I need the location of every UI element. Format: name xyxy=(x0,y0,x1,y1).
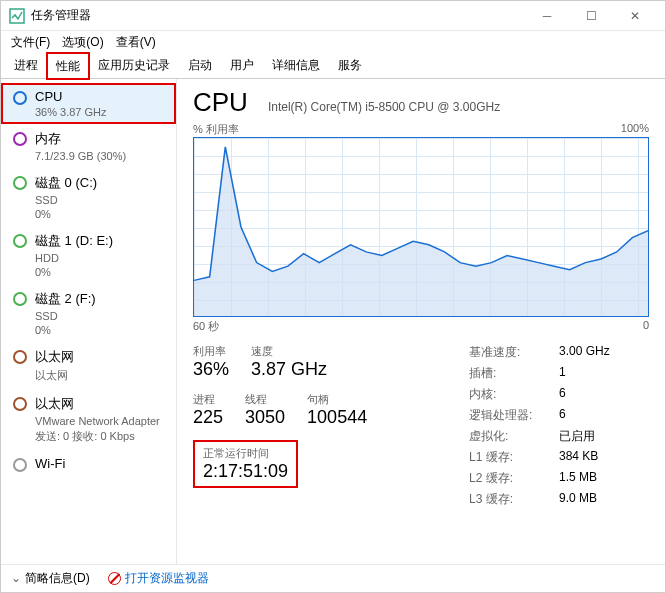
monitor-icon xyxy=(108,572,121,585)
maximize-button[interactable]: ☐ xyxy=(569,1,613,31)
body: CPU 36% 3.87 GHz 内存 7.1/23.9 GB (30%) 磁盘… xyxy=(1,79,665,564)
sidebar-disk0-sub1: SSD xyxy=(35,194,97,206)
sidebar-eth0-name: 以太网 xyxy=(35,348,74,366)
sidebar-eth1-name: 以太网 xyxy=(35,395,160,413)
sockets-value: 1 xyxy=(559,365,566,382)
proc-value: 225 xyxy=(193,407,223,428)
tab-users[interactable]: 用户 xyxy=(221,52,263,78)
open-monitor-link[interactable]: 打开资源监视器 xyxy=(108,570,209,587)
chart-ymax: 100% xyxy=(621,122,649,137)
detail-pane: CPU Intel(R) Core(TM) i5-8500 CPU @ 3.00… xyxy=(177,79,665,564)
detail-title: CPU xyxy=(193,87,248,118)
fewer-details-link[interactable]: ⌄简略信息(D) xyxy=(11,570,90,587)
app-icon xyxy=(9,8,25,24)
virt-value: 已启用 xyxy=(559,428,595,445)
l1-value: 384 KB xyxy=(559,449,598,466)
statusbar: ⌄简略信息(D) 打开资源监视器 xyxy=(1,564,665,592)
sidebar-cpu-sub: 36% 3.87 GHz xyxy=(35,106,107,118)
sidebar-disk2-sub2: 0% xyxy=(35,324,96,336)
chevron-down-icon: ⌄ xyxy=(11,571,21,585)
menu-view[interactable]: 查看(V) xyxy=(110,32,162,53)
uptime-value: 2:17:51:09 xyxy=(203,461,288,482)
task-manager-window: 任务管理器 ─ ☐ ✕ 文件(F) 选项(O) 查看(V) 进程 性能 应用历史… xyxy=(0,0,666,593)
svg-rect-0 xyxy=(10,9,24,23)
close-button[interactable]: ✕ xyxy=(613,1,657,31)
l2-value: 1.5 MB xyxy=(559,470,597,487)
cpu-utilization-chart xyxy=(193,137,649,317)
chart-xlabel-right: 0 xyxy=(643,319,649,334)
sidebar-disk0-name: 磁盘 0 (C:) xyxy=(35,174,97,192)
disk-icon xyxy=(13,176,27,190)
sidebar-disk0-sub2: 0% xyxy=(35,208,97,220)
speed-value: 3.87 GHz xyxy=(251,359,327,380)
sidebar-item-eth1[interactable]: 以太网 VMware Network Adapter 发送: 0 接收: 0 K… xyxy=(1,389,176,450)
util-value: 36% xyxy=(193,359,229,380)
sockets-label: 插槽: xyxy=(469,365,559,382)
base-value: 3.00 GHz xyxy=(559,344,610,361)
l1-label: L1 缓存: xyxy=(469,449,559,466)
cpu-icon xyxy=(13,91,27,105)
sidebar-disk2-sub1: SSD xyxy=(35,310,96,322)
detail-header: CPU Intel(R) Core(TM) i5-8500 CPU @ 3.00… xyxy=(193,87,649,118)
sidebar-item-memory[interactable]: 内存 7.1/23.9 GB (30%) xyxy=(1,124,176,168)
memory-icon xyxy=(13,132,27,146)
cores-value: 6 xyxy=(559,386,566,403)
stats: 利用率 36% 速度 3.87 GHz 进程 225 xyxy=(193,344,649,512)
lp-value: 6 xyxy=(559,407,566,424)
sidebar-item-disk0[interactable]: 磁盘 0 (C:) SSD 0% xyxy=(1,168,176,226)
chart-xlabel-left: 60 秒 xyxy=(193,319,219,334)
ethernet-icon xyxy=(13,350,27,364)
l3-label: L3 缓存: xyxy=(469,491,559,508)
disk-icon xyxy=(13,234,27,248)
speed-label: 速度 xyxy=(251,344,327,359)
sidebar-item-disk2[interactable]: 磁盘 2 (F:) SSD 0% xyxy=(1,284,176,342)
threads-value: 3050 xyxy=(245,407,285,428)
sidebar-item-wifi[interactable]: Wi-Fi xyxy=(1,450,176,478)
minimize-button[interactable]: ─ xyxy=(525,1,569,31)
sidebar-eth1-sub2: 发送: 0 接收: 0 Kbps xyxy=(35,429,160,444)
tab-processes[interactable]: 进程 xyxy=(5,52,47,78)
sidebar-disk1-sub1: HDD xyxy=(35,252,113,264)
handles-label: 句柄 xyxy=(307,392,367,407)
sidebar: CPU 36% 3.87 GHz 内存 7.1/23.9 GB (30%) 磁盘… xyxy=(1,79,177,564)
tab-history[interactable]: 应用历史记录 xyxy=(89,52,179,78)
ethernet-icon xyxy=(13,397,27,411)
sidebar-item-disk1[interactable]: 磁盘 1 (D: E:) HDD 0% xyxy=(1,226,176,284)
handles-value: 100544 xyxy=(307,407,367,428)
menubar: 文件(F) 选项(O) 查看(V) xyxy=(1,31,665,53)
window-controls: ─ ☐ ✕ xyxy=(525,1,657,31)
threads-label: 线程 xyxy=(245,392,285,407)
cpu-model: Intel(R) Core(TM) i5-8500 CPU @ 3.00GHz xyxy=(268,100,500,114)
sidebar-disk1-name: 磁盘 1 (D: E:) xyxy=(35,232,113,250)
uptime-label: 正常运行时间 xyxy=(203,446,288,461)
uptime-box: 正常运行时间 2:17:51:09 xyxy=(193,440,298,488)
tab-services[interactable]: 服务 xyxy=(329,52,371,78)
lp-label: 逻辑处理器: xyxy=(469,407,559,424)
sidebar-disk1-sub2: 0% xyxy=(35,266,113,278)
menu-file[interactable]: 文件(F) xyxy=(5,32,56,53)
sidebar-disk2-name: 磁盘 2 (F:) xyxy=(35,290,96,308)
window-title: 任务管理器 xyxy=(31,7,525,24)
tabs: 进程 性能 应用历史记录 启动 用户 详细信息 服务 xyxy=(1,53,665,79)
tab-performance[interactable]: 性能 xyxy=(47,53,89,79)
sidebar-cpu-name: CPU xyxy=(35,89,107,104)
l3-value: 9.0 MB xyxy=(559,491,597,508)
sidebar-eth0-sub: 以太网 xyxy=(35,368,74,383)
virt-label: 虚拟化: xyxy=(469,428,559,445)
tab-startup[interactable]: 启动 xyxy=(179,52,221,78)
menu-options[interactable]: 选项(O) xyxy=(56,32,109,53)
sidebar-item-cpu[interactable]: CPU 36% 3.87 GHz xyxy=(1,83,176,124)
chart-ylabel: % 利用率 xyxy=(193,122,239,137)
cores-label: 内核: xyxy=(469,386,559,403)
disk-icon xyxy=(13,292,27,306)
l2-label: L2 缓存: xyxy=(469,470,559,487)
sidebar-eth1-sub1: VMware Network Adapter xyxy=(35,415,160,427)
sidebar-memory-sub: 7.1/23.9 GB (30%) xyxy=(35,150,126,162)
titlebar: 任务管理器 ─ ☐ ✕ xyxy=(1,1,665,31)
proc-label: 进程 xyxy=(193,392,223,407)
sidebar-memory-name: 内存 xyxy=(35,130,126,148)
tab-details[interactable]: 详细信息 xyxy=(263,52,329,78)
base-label: 基准速度: xyxy=(469,344,559,361)
util-label: 利用率 xyxy=(193,344,229,359)
sidebar-item-eth0[interactable]: 以太网 以太网 xyxy=(1,342,176,389)
